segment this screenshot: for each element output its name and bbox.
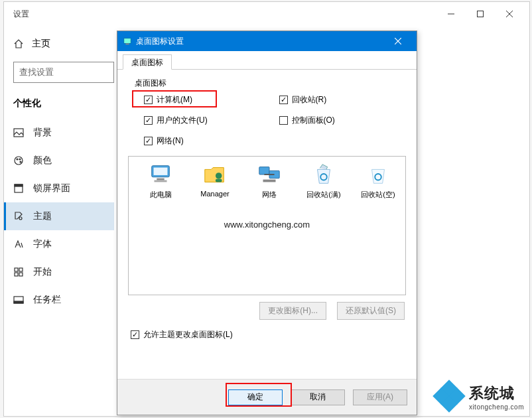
brand-text: 系统城 xitongcheng.com — [469, 383, 524, 411]
taskbar-icon — [13, 295, 24, 305]
folder-user-icon — [202, 162, 228, 187]
nav-label: 开始 — [33, 266, 52, 278]
checkbox-label: 控制面板(O) — [292, 115, 335, 126]
checkbox-icon — [279, 116, 288, 125]
svg-rect-4 — [14, 129, 23, 137]
icon-this-pc[interactable]: 此电脑 — [141, 162, 180, 200]
allow-theme-label: 允许主题更改桌面图标(L) — [143, 329, 233, 340]
nav-taskbar[interactable]: 任务栏 — [4, 286, 114, 314]
svg-rect-24 — [157, 178, 164, 180]
dialog-body: 桌面图标 计算机(M) 回收站(R) 用户的文件(U) 控制面板(O) 网络(N… — [117, 70, 417, 347]
icon-row: 此电脑 Manager 网络 回收站(满) 回收站(空) — [133, 162, 401, 200]
nav-label: 字体 — [33, 238, 52, 250]
icon-network[interactable]: 网络 — [249, 162, 289, 200]
nav-background[interactable]: 背景 — [4, 119, 114, 147]
nav-lockscreen[interactable]: 锁屏界面 — [4, 174, 114, 202]
home-label: 主页 — [32, 38, 50, 50]
icon-preview-panel: 此电脑 Manager 网络 回收站(满) 回收站(空) — [128, 156, 406, 295]
change-icon-button[interactable]: 更改图标(H)... — [259, 302, 326, 320]
cancel-button[interactable]: 取消 — [291, 389, 345, 405]
maximize-button[interactable] — [466, 4, 495, 24]
lockscreen-icon — [13, 183, 24, 194]
checkbox-icon — [279, 96, 288, 104]
svg-rect-25 — [155, 180, 167, 182]
ok-button[interactable]: 确定 — [228, 389, 283, 405]
icon-label: Manager — [200, 190, 229, 198]
allow-theme-checkbox[interactable]: 允许主题更改桌面图标(L) — [131, 329, 407, 340]
network-icon — [257, 162, 282, 187]
nav-label: 颜色 — [33, 155, 52, 167]
icon-label: 回收站(空) — [361, 190, 395, 200]
nav-label: 背景 — [33, 127, 52, 139]
icon-label: 此电脑 — [150, 190, 172, 200]
icon-label: 回收站(满) — [306, 190, 340, 200]
checkbox-controlpanel[interactable]: 控制面板(O) — [279, 115, 408, 126]
close-button[interactable] — [495, 4, 524, 24]
nav-list: 背景 颜色 锁屏界面 主题 字体 — [4, 119, 114, 314]
svg-rect-17 — [14, 301, 23, 303]
nav-themes[interactable]: 主题 — [4, 202, 114, 230]
settings-titlebar: 设置 — [4, 2, 529, 26]
close-icon — [395, 38, 401, 44]
checkbox-label: 用户的文件(U) — [157, 115, 208, 126]
checkbox-icon — [131, 330, 139, 339]
checkbox-recycle[interactable]: 回收站(R) — [279, 94, 408, 105]
svg-point-5 — [15, 157, 23, 165]
checkbox-label: 网络(N) — [157, 135, 184, 147]
dialog-titlebar[interactable]: 桌面图标设置 — [117, 31, 417, 51]
nav-fonts[interactable]: 字体 — [4, 230, 114, 258]
apply-button[interactable]: 应用(A) — [353, 389, 407, 405]
svg-point-8 — [20, 161, 21, 163]
icon-manager[interactable]: Manager — [195, 162, 235, 200]
icon-buttons-row: 更改图标(H)... 还原默认值(S) — [127, 302, 405, 320]
theme-icon — [13, 211, 24, 222]
nav-start[interactable]: 开始 — [4, 258, 114, 286]
font-icon — [13, 239, 24, 249]
svg-rect-27 — [216, 179, 222, 182]
tab-strip: 桌面图标 — [117, 51, 417, 70]
svg-rect-10 — [15, 184, 23, 186]
checkbox-network[interactable]: 网络(N) — [144, 135, 273, 147]
checkbox-icon — [144, 137, 153, 145]
svg-rect-31 — [263, 180, 276, 182]
search-input[interactable]: 查找设置 — [13, 62, 114, 83]
dialog-title: 桌面图标设置 — [136, 36, 184, 47]
icon-recycle-full[interactable]: 回收站(满) — [304, 162, 344, 200]
svg-rect-13 — [19, 268, 23, 271]
svg-point-6 — [17, 159, 18, 160]
icon-recycle-empty[interactable]: 回收站(空) — [358, 162, 398, 200]
nav-label: 锁屏界面 — [33, 182, 70, 194]
icon-label: 网络 — [262, 190, 277, 200]
svg-rect-12 — [15, 268, 18, 271]
checkbox-icon — [144, 116, 153, 125]
search-placeholder: 查找设置 — [19, 66, 54, 78]
watermark-text: www.xitongcheng.com — [133, 220, 401, 230]
recycle-empty-icon — [366, 162, 391, 187]
sidebar-home[interactable]: 主页 — [13, 38, 114, 50]
checkbox-computer[interactable]: 计算机(M) — [144, 94, 273, 105]
dialog-close-button[interactable] — [385, 32, 411, 50]
settings-sidebar: 主页 查找设置 个性化 背景 颜色 锁屏界面 — [4, 26, 123, 416]
svg-rect-1 — [478, 11, 484, 17]
desktop-icon-dialog: 桌面图标设置 桌面图标 桌面图标 计算机(M) 回收站(R) 用户的文件(U) — [117, 31, 417, 415]
pc-icon — [148, 162, 173, 187]
start-icon — [13, 267, 24, 277]
nav-label: 任务栏 — [33, 294, 61, 306]
group-label: 桌面图标 — [135, 78, 407, 89]
window-controls — [436, 4, 524, 24]
svg-rect-23 — [154, 168, 168, 175]
tab-desktop-icons[interactable]: 桌面图标 — [123, 54, 172, 70]
dialog-icon — [123, 36, 132, 46]
svg-point-11 — [19, 217, 22, 220]
minimize-button[interactable] — [436, 4, 466, 24]
nav-colors[interactable]: 颜色 — [4, 147, 114, 174]
dialog-footer: 确定 取消 应用(A) — [117, 379, 417, 415]
checkbox-grid: 计算机(M) 回收站(R) 用户的文件(U) 控制面板(O) 网络(N) — [144, 94, 407, 147]
brand-en: xitongcheng.com — [469, 403, 524, 411]
checkbox-userfiles[interactable]: 用户的文件(U) — [144, 115, 273, 126]
svg-rect-15 — [19, 273, 23, 276]
home-icon — [13, 38, 24, 49]
restore-default-button[interactable]: 还原默认值(S) — [337, 302, 405, 320]
checkbox-icon — [144, 96, 153, 104]
brand-logo-icon — [436, 383, 464, 411]
